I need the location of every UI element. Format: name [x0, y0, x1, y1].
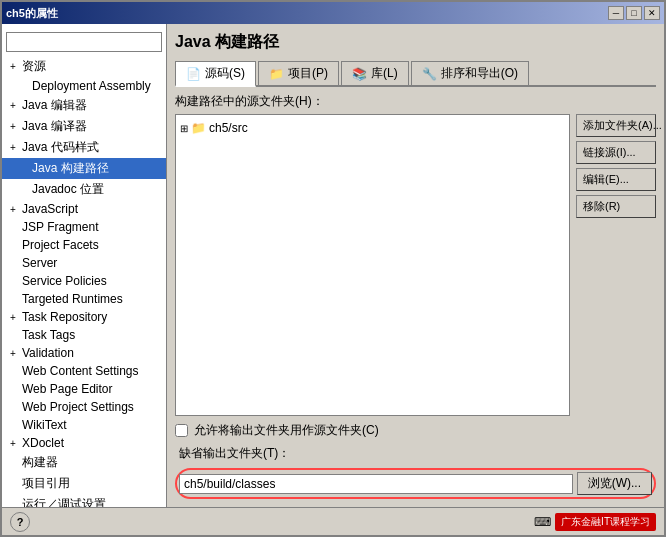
sidebar-item-javadoc[interactable]: Javadoc 位置	[2, 179, 166, 200]
sidebar-item-label: 运行／调试设置	[22, 496, 106, 507]
keyboard-icon: ⌨	[534, 515, 551, 529]
sidebar-item-label: Deployment Assembly	[32, 79, 151, 93]
checkbox-row: 允许将输出文件夹用作源文件夹(C)	[175, 422, 656, 439]
remove-button[interactable]: 移除(R)	[576, 195, 656, 218]
sidebar-item-deployment[interactable]: Deployment Assembly	[2, 77, 166, 95]
sidebar-item-label: Java 构建路径	[32, 160, 109, 177]
status-bar: ? ⌨ 广东金融IT课程学习	[2, 507, 664, 535]
window-title: ch5的属性	[6, 6, 58, 21]
sidebar-item-label: Task Repository	[22, 310, 107, 324]
expand-icon: +	[10, 61, 20, 72]
sidebar: +资源Deployment Assembly+Java 编辑器+Java 编译器…	[2, 24, 167, 507]
source-tab-icon: 📄	[186, 67, 201, 81]
tab-libraries[interactable]: 📚 库(L)	[341, 61, 409, 85]
order-tab-icon: 🔧	[422, 67, 437, 81]
expand-icon: +	[10, 348, 20, 359]
sidebar-item-jsp-fragment[interactable]: JSP Fragment	[2, 218, 166, 236]
checkbox-label: 允许将输出文件夹用作源文件夹(C)	[194, 422, 379, 439]
expand-icon: +	[10, 142, 20, 153]
sidebar-item-label: JSP Fragment	[22, 220, 98, 234]
output-path-input[interactable]	[179, 474, 573, 494]
sidebar-item-label: Java 代码样式	[22, 139, 99, 156]
expand-icon: +	[10, 100, 20, 111]
sidebar-item-web-page-editor[interactable]: Web Page Editor	[2, 380, 166, 398]
sidebar-item-run-debug[interactable]: 运行／调试设置	[2, 494, 166, 507]
order-tab-label: 排序和导出(O)	[441, 65, 518, 82]
tree-item-label: ch5/src	[209, 121, 248, 135]
libraries-tab-label: 库(L)	[371, 65, 398, 82]
link-source-button[interactable]: 链接源(I)...	[576, 141, 656, 164]
projects-tab-label: 项目(P)	[288, 65, 328, 82]
right-panel: Java 构建路径 📄 源码(S) 📁 项目(P) 📚 库(L) 🔧 排序和	[167, 24, 664, 507]
sidebar-item-task-tags[interactable]: Task Tags	[2, 326, 166, 344]
sidebar-item-service-policies[interactable]: Service Policies	[2, 272, 166, 290]
main-window: ch5的属性 ─ □ ✕ +资源Deployment Assembly+Java…	[0, 0, 666, 537]
tab-source[interactable]: 📄 源码(S)	[175, 61, 256, 87]
source-tab-label: 源码(S)	[205, 65, 245, 82]
sidebar-item-project-facets[interactable]: Project Facets	[2, 236, 166, 254]
output-folder-row: 缺省输出文件夹(T)：	[175, 443, 656, 464]
expand-icon: +	[10, 204, 20, 215]
tree-item: ⊞ 📁 ch5/src	[180, 119, 565, 137]
sidebar-item-web-project-settings[interactable]: Web Project Settings	[2, 398, 166, 416]
allow-output-checkbox[interactable]	[175, 424, 188, 437]
sidebar-item-label: Web Content Settings	[22, 364, 139, 378]
browse-button[interactable]: 浏览(W)...	[577, 472, 652, 495]
sidebar-item-java-compiler[interactable]: +Java 编译器	[2, 116, 166, 137]
help-button[interactable]: ?	[10, 512, 30, 532]
sidebar-item-project-refs[interactable]: 项目引用	[2, 473, 166, 494]
sidebar-item-label: Web Project Settings	[22, 400, 134, 414]
sidebar-item-xdoclet[interactable]: +XDoclet	[2, 434, 166, 452]
sidebar-item-label: 项目引用	[22, 475, 70, 492]
output-folder-label: 缺省输出文件夹(T)：	[175, 443, 294, 464]
sidebar-search-input[interactable]	[6, 32, 162, 52]
add-folder-button[interactable]: 添加文件夹(A)...	[576, 114, 656, 137]
sidebar-item-label: Service Policies	[22, 274, 107, 288]
sidebar-item-label: XDoclet	[22, 436, 64, 450]
sidebar-item-label: Javadoc 位置	[32, 181, 104, 198]
title-bar-buttons: ─ □ ✕	[608, 6, 660, 20]
help-icon: ?	[17, 516, 24, 528]
sidebar-item-targeted-runtimes[interactable]: Targeted Runtimes	[2, 290, 166, 308]
sidebar-item-java-code-style[interactable]: +Java 代码样式	[2, 137, 166, 158]
minimize-button[interactable]: ─	[608, 6, 624, 20]
tab-projects[interactable]: 📁 项目(P)	[258, 61, 339, 85]
close-button[interactable]: ✕	[644, 6, 660, 20]
sidebar-item-builder[interactable]: 构建器	[2, 452, 166, 473]
sidebar-item-wikitext[interactable]: WikiText	[2, 416, 166, 434]
sidebar-item-label: Java 编译器	[22, 118, 87, 135]
tab-order[interactable]: 🔧 排序和导出(O)	[411, 61, 529, 85]
sidebar-item-server[interactable]: Server	[2, 254, 166, 272]
sidebar-item-web-content-settings[interactable]: Web Content Settings	[2, 362, 166, 380]
sidebar-item-java-build-path[interactable]: Java 构建路径	[2, 158, 166, 179]
expand-icon: +	[10, 438, 20, 449]
source-folder-label: 构建路径中的源文件夹(H)：	[175, 93, 656, 110]
sidebar-item-java-editor[interactable]: +Java 编辑器	[2, 95, 166, 116]
sidebar-item-label: WikiText	[22, 418, 67, 432]
maximize-button[interactable]: □	[626, 6, 642, 20]
sidebar-item-label: 资源	[22, 58, 46, 75]
projects-tab-icon: 📁	[269, 67, 284, 81]
sidebar-item-label: Task Tags	[22, 328, 75, 342]
libraries-tab-icon: 📚	[352, 67, 367, 81]
main-content: +资源Deployment Assembly+Java 编辑器+Java 编译器…	[2, 24, 664, 507]
title-bar: ch5的属性 ─ □ ✕	[2, 2, 664, 24]
build-area: ⊞ 📁 ch5/src 添加文件夹(A)... 链接源(I)... 编辑(E).…	[175, 114, 656, 416]
tabs-bar: 📄 源码(S) 📁 项目(P) 📚 库(L) 🔧 排序和导出(O)	[175, 61, 656, 87]
expand-icon: ⊞	[180, 123, 188, 134]
sidebar-item-validation[interactable]: +Validation	[2, 344, 166, 362]
sidebar-item-label: Server	[22, 256, 57, 270]
panel-title: Java 构建路径	[175, 32, 656, 53]
output-input-row: 浏览(W)...	[175, 468, 656, 499]
expand-icon: +	[10, 312, 20, 323]
edit-button[interactable]: 编辑(E)...	[576, 168, 656, 191]
bottom-section: 允许将输出文件夹用作源文件夹(C) 缺省输出文件夹(T)： 浏览(W)...	[175, 422, 656, 499]
sidebar-item-label: 构建器	[22, 454, 58, 471]
action-buttons: 添加文件夹(A)... 链接源(I)... 编辑(E)... 移除(R)	[576, 114, 656, 416]
sidebar-item-label: Java 编辑器	[22, 97, 87, 114]
sidebar-item-task-repository[interactable]: +Task Repository	[2, 308, 166, 326]
folder-icon: 📁	[191, 121, 206, 135]
sidebar-item-javascript[interactable]: +JavaScript	[2, 200, 166, 218]
sidebar-item-resources[interactable]: +资源	[2, 56, 166, 77]
sidebar-item-label: Targeted Runtimes	[22, 292, 123, 306]
